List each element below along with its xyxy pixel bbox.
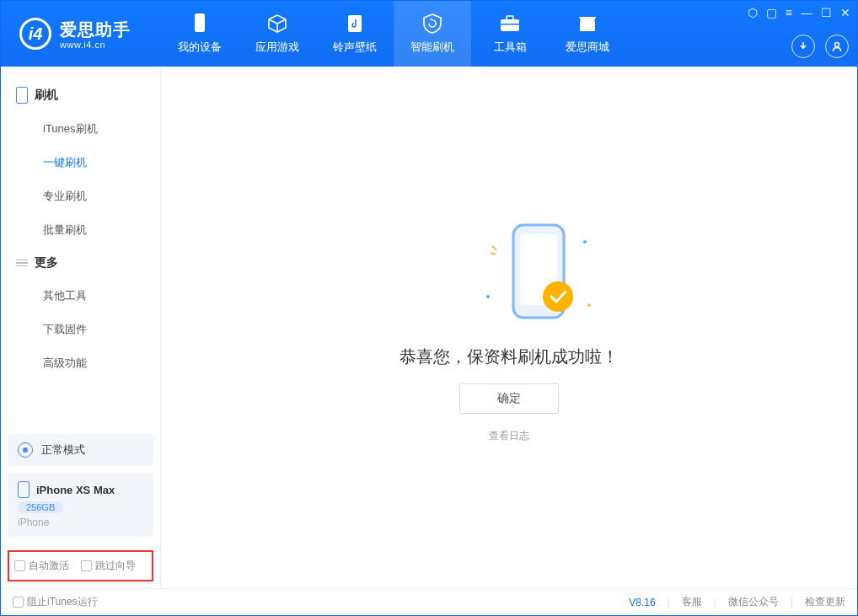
tab-toolbox[interactable]: 工具箱 — [471, 1, 549, 67]
tab-apps-games[interactable]: 应用游戏 — [239, 1, 316, 67]
svg-rect-3 — [507, 16, 513, 20]
tab-label: 应用游戏 — [255, 40, 299, 55]
device-mode-card[interactable]: 正常模式 — [8, 434, 153, 466]
ok-button[interactable]: 确定 — [459, 383, 559, 414]
tab-my-device[interactable]: 我的设备 — [161, 1, 239, 67]
checkbox-auto-activate[interactable]: 自动激活 — [14, 559, 69, 573]
flash-options-highlighted: 自动激活 跳过向导 — [8, 550, 153, 581]
user-button[interactable] — [825, 35, 849, 58]
body: 刷机 iTunes刷机 一键刷机 专业刷机 批量刷机 更多 其他工具 下载固件 … — [1, 67, 857, 588]
app-window: i4 爱思助手 www.i4.cn 我的设备 应用游戏 铃声壁纸 智能刷机 — [0, 0, 858, 616]
device-storage-badge: 256GB — [18, 501, 63, 513]
device-small-icon — [16, 87, 28, 104]
sidebar-group-flash: 刷机 — [1, 78, 160, 112]
checkbox-skip-guide[interactable]: 跳过向导 — [81, 559, 136, 573]
svg-rect-5 — [580, 21, 595, 31]
device-icon — [189, 13, 211, 35]
svg-point-8 — [486, 295, 490, 298]
cube-icon — [266, 13, 288, 35]
sidebar-item-download-firmware[interactable]: 下载固件 — [1, 313, 160, 346]
download-button[interactable] — [791, 35, 815, 58]
sidebar-item-advanced[interactable]: 高级功能 — [1, 346, 160, 380]
status-icon — [18, 442, 33, 458]
footer-link-wechat[interactable]: 微信公众号 — [728, 595, 779, 609]
app-name: 爱思助手 — [60, 19, 131, 41]
more-icon — [16, 260, 28, 267]
svg-point-12 — [543, 281, 573, 312]
tab-smart-flash[interactable]: 智能刷机 — [394, 1, 471, 67]
phone-icon — [18, 481, 29, 498]
sidebar-group-more: 更多 — [1, 247, 160, 279]
sidebar-item-itunes-flash[interactable]: iTunes刷机 — [1, 112, 160, 146]
shop-icon — [576, 13, 598, 35]
title-bar: i4 爱思助手 www.i4.cn 我的设备 应用游戏 铃声壁纸 智能刷机 — [1, 1, 857, 67]
device-card[interactable]: iPhone XS Max 256GB iPhone — [8, 473, 153, 537]
feedback-icon[interactable]: ▢ — [766, 6, 777, 19]
sidebar-item-batch-flash[interactable]: 批量刷机 — [1, 213, 160, 247]
window-controls: ⬡ ▢ ≡ — ☐ ✕ — [748, 6, 850, 19]
tab-label: 智能刷机 — [410, 40, 454, 55]
checkbox-label: 阻止iTunes运行 — [27, 595, 98, 609]
app-url: www.i4.cn — [60, 40, 131, 50]
logo-icon: i4 — [19, 18, 51, 50]
maximize-icon[interactable]: ☐ — [821, 6, 832, 19]
music-file-icon — [344, 13, 366, 35]
tab-ringtone-wallpaper[interactable]: 铃声壁纸 — [316, 1, 394, 67]
tab-label: 爱思商城 — [566, 40, 609, 55]
header-actions — [791, 35, 849, 58]
app-logo: i4 爱思助手 www.i4.cn — [1, 18, 161, 50]
checkbox-block-itunes[interactable]: 阻止iTunes运行 — [13, 595, 98, 609]
svg-point-7 — [583, 240, 587, 244]
footer-bar: 阻止iTunes运行 V8.16 | 客服 | 微信公众号 | 检查更新 — [1, 588, 857, 615]
group-title: 更多 — [35, 255, 58, 271]
view-log-link[interactable]: 查看日志 — [489, 429, 529, 443]
checkbox-icon — [14, 560, 25, 571]
footer-link-update[interactable]: 检查更新 — [805, 595, 845, 609]
sidebar-item-pro-flash[interactable]: 专业刷机 — [1, 179, 160, 213]
main-tabs: 我的设备 应用游戏 铃声壁纸 智能刷机 工具箱 爱思商城 — [161, 1, 626, 67]
checkbox-label: 跳过向导 — [95, 559, 136, 573]
version-label: V8.16 — [629, 597, 655, 608]
shirt-icon[interactable]: ⬡ — [748, 6, 758, 19]
svg-rect-4 — [501, 24, 519, 25]
svg-point-9 — [587, 303, 591, 307]
sidebar-bottom: 正常模式 iPhone XS Max 256GB iPhone — [1, 427, 160, 544]
tab-label: 铃声壁纸 — [333, 40, 377, 55]
refresh-shield-icon — [421, 13, 443, 35]
svg-rect-0 — [195, 13, 205, 32]
minimize-icon[interactable]: — — [801, 6, 812, 19]
checkbox-label: 自动激活 — [29, 559, 69, 573]
device-type: iPhone — [18, 517, 143, 528]
close-icon[interactable]: ✕ — [840, 6, 850, 19]
checkbox-icon — [13, 597, 24, 608]
device-mode: 正常模式 — [41, 442, 85, 458]
tab-label: 我的设备 — [178, 40, 222, 55]
svg-rect-1 — [348, 15, 362, 32]
success-illustration — [458, 212, 560, 330]
group-title: 刷机 — [35, 88, 58, 103]
success-message: 恭喜您，保资料刷机成功啦！ — [400, 345, 619, 368]
device-name: iPhone XS Max — [36, 484, 115, 496]
sidebar-item-oneclick-flash[interactable]: 一键刷机 — [1, 146, 160, 179]
svg-rect-2 — [501, 19, 519, 31]
checkbox-icon — [81, 560, 92, 571]
tab-label: 工具箱 — [494, 40, 527, 55]
svg-point-6 — [835, 43, 839, 47]
tab-shop[interactable]: 爱思商城 — [549, 1, 626, 67]
main-content: 恭喜您，保资料刷机成功啦！ 确定 查看日志 — [161, 67, 857, 588]
sidebar-item-other-tools[interactable]: 其他工具 — [1, 279, 160, 313]
sidebar: 刷机 iTunes刷机 一键刷机 专业刷机 批量刷机 更多 其他工具 下载固件 … — [1, 67, 161, 588]
footer-link-support[interactable]: 客服 — [682, 595, 702, 609]
toolbox-icon — [499, 13, 521, 35]
menu-icon[interactable]: ≡ — [786, 6, 792, 19]
